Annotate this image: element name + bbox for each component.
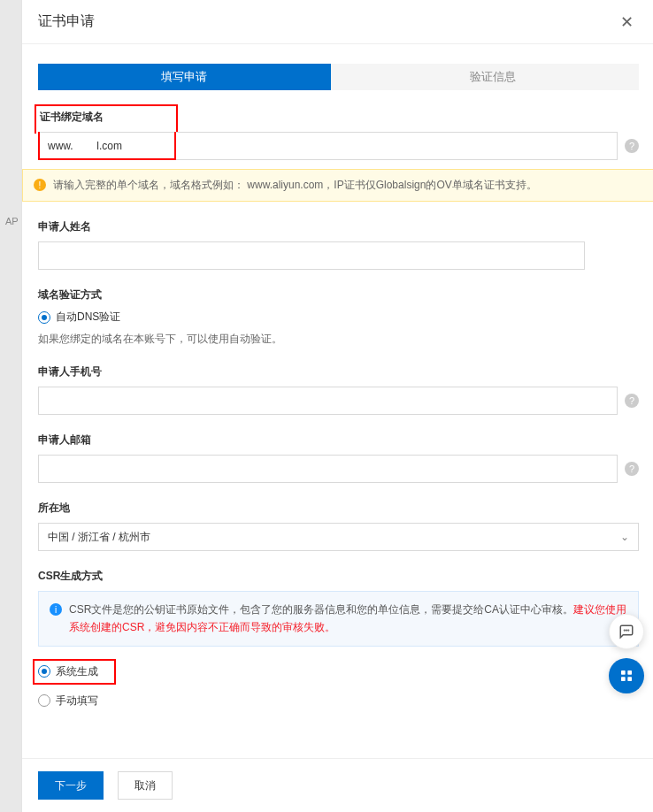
svg-point-1 — [626, 630, 627, 631]
help-icon[interactable]: ? — [625, 462, 639, 476]
radio-icon — [38, 694, 50, 707]
svg-rect-3 — [621, 670, 626, 675]
domain-warning-banner: ! 请输入完整的单个域名，域名格式例如： www.aliyun.com，IP证书… — [22, 169, 653, 202]
svg-rect-5 — [621, 677, 626, 681]
radio-icon — [38, 665, 50, 678]
steps-bar: 填写申请 验证信息 — [38, 64, 639, 90]
field-email: 申请人邮箱 ? — [38, 433, 639, 483]
field-domain: 证书绑定域名 ? — [38, 110, 639, 160]
cancel-button[interactable]: 取消 — [118, 771, 173, 800]
apps-float-button[interactable] — [609, 658, 644, 693]
location-select[interactable]: 中国 / 浙江省 / 杭州市 ⌄ — [38, 523, 639, 551]
domain-label: 证书绑定域名 — [38, 110, 104, 125]
chat-icon — [618, 624, 634, 640]
radio-manual-fill[interactable]: 手动填写 — [38, 693, 639, 709]
chat-float-button[interactable] — [609, 614, 644, 649]
step-fill-application[interactable]: 填写申请 — [38, 64, 331, 90]
info-icon: i — [50, 603, 62, 616]
field-csr-method: CSR生成方式 i CSR文件是您的公钥证书原始文件，包含了您的服务器信息和您的… — [38, 569, 639, 709]
svg-rect-4 — [627, 670, 632, 675]
phone-input[interactable] — [38, 387, 618, 415]
csr-info-banner: i CSR文件是您的公钥证书原始文件，包含了您的服务器信息和您的单位信息，需要提… — [38, 591, 639, 647]
step-verify-info[interactable]: 验证信息 — [331, 64, 640, 90]
csr-info-text: CSR文件是您的公钥证书原始文件，包含了您的服务器信息和您的单位信息，需要提交给… — [69, 601, 627, 637]
field-applicant-name: 申请人姓名 — [38, 219, 639, 270]
drawer-panel: 证书申请 ✕ 填写申请 验证信息 证书绑定域名 ? — [21, 0, 653, 812]
background-text: AP — [5, 216, 19, 226]
chevron-down-icon: ⌄ — [620, 531, 629, 543]
field-location: 所在地 中国 / 浙江省 / 杭州市 ⌄ — [38, 501, 639, 551]
panel-header: 证书申请 ✕ — [22, 0, 653, 44]
field-phone: 申请人手机号 ? — [38, 364, 639, 415]
help-icon[interactable]: ? — [625, 139, 639, 153]
radio-system-label: 系统生成 — [56, 664, 98, 679]
applicant-name-input[interactable] — [38, 241, 585, 270]
panel-body: 填写申请 验证信息 证书绑定域名 ? ! 请输入完整的单个域名， — [22, 44, 653, 758]
next-button[interactable]: 下一步 — [38, 771, 104, 800]
domain-warning-text: 请输入完整的单个域名，域名格式例如： www.aliyun.com，IP证书仅G… — [53, 178, 537, 193]
step-active-label: 填写申请 — [161, 69, 207, 85]
domain-input[interactable] — [38, 132, 618, 160]
radio-auto-dns[interactable]: 自动DNS验证 — [38, 310, 639, 325]
email-label: 申请人邮箱 — [38, 433, 639, 448]
field-verify-method: 域名验证方式 自动DNS验证 如果您绑定的域名在本账号下，可以使用自动验证。 — [38, 287, 639, 347]
radio-auto-dns-label: 自动DNS验证 — [56, 310, 120, 325]
help-icon[interactable]: ? — [625, 394, 639, 408]
verify-method-label: 域名验证方式 — [38, 287, 639, 303]
close-icon[interactable]: ✕ — [620, 14, 634, 30]
apps-icon — [619, 669, 634, 683]
svg-point-2 — [628, 630, 629, 631]
svg-rect-6 — [627, 677, 632, 681]
panel-title: 证书申请 — [38, 12, 95, 31]
radio-system-generate[interactable]: 系统生成 — [33, 659, 116, 685]
verify-hint: 如果您绑定的域名在本账号下，可以使用自动验证。 — [38, 332, 639, 347]
warning-icon: ! — [34, 179, 46, 191]
background-sidebar: AP — [0, 0, 21, 812]
panel-footer: 下一步 取消 — [22, 758, 653, 812]
applicant-name-label: 申请人姓名 — [38, 219, 639, 234]
location-label: 所在地 — [38, 501, 639, 516]
email-input[interactable] — [38, 455, 618, 483]
phone-label: 申请人手机号 — [38, 364, 639, 379]
radio-icon — [38, 311, 50, 324]
step-inactive-label: 验证信息 — [470, 69, 516, 85]
radio-manual-label: 手动填写 — [56, 693, 98, 709]
csr-label: CSR生成方式 — [38, 569, 639, 584]
location-value: 中国 / 浙江省 / 杭州市 — [48, 530, 150, 545]
svg-point-0 — [624, 630, 625, 631]
csr-info-plain: CSR文件是您的公钥证书原始文件，包含了您的服务器信息和您的单位信息，需要提交给… — [69, 603, 573, 616]
